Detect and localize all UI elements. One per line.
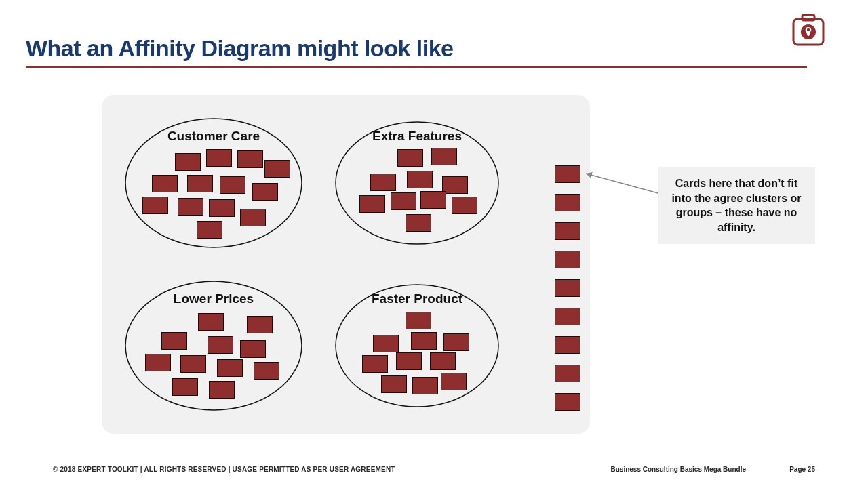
affinity-card — [145, 354, 171, 371]
affinity-card — [555, 165, 580, 183]
cluster-lower-prices: Lower Prices — [122, 278, 305, 413]
affinity-card — [217, 359, 243, 377]
callout-box: Cards here that don’t fit into the agree… — [658, 167, 815, 244]
affinity-card — [443, 333, 469, 351]
affinity-card — [412, 377, 438, 394]
affinity-card — [240, 340, 266, 358]
slide: What an Affinity Diagram might look like… — [0, 0, 868, 488]
title-underline — [26, 66, 807, 68]
cluster-label: Extra Features — [332, 129, 502, 144]
affinity-card — [187, 175, 213, 192]
affinity-card — [362, 355, 388, 373]
affinity-card — [142, 197, 168, 214]
affinity-card — [555, 279, 580, 297]
affinity-card — [247, 316, 273, 333]
affinity-card — [441, 373, 467, 390]
affinity-card — [240, 209, 266, 226]
cluster-label: Lower Prices — [122, 291, 305, 306]
affinity-card — [172, 378, 198, 396]
affinity-card — [397, 149, 423, 167]
diagram-panel: Customer Care Extra Features — [102, 95, 590, 434]
affinity-card — [209, 199, 235, 217]
affinity-card — [411, 332, 437, 350]
svg-line-8 — [586, 174, 660, 194]
affinity-card — [555, 365, 580, 382]
cluster-faster-product: Faster Product — [332, 278, 502, 413]
affinity-card — [237, 150, 263, 168]
affinity-card — [254, 362, 279, 380]
cluster-customer-care: Customer Care — [122, 115, 305, 251]
affinity-card — [431, 148, 457, 165]
affinity-card — [555, 336, 580, 354]
svg-point-3 — [807, 28, 810, 31]
affinity-card — [391, 192, 416, 210]
affinity-card — [206, 149, 232, 167]
affinity-card — [209, 381, 235, 399]
unclustered-cards-column — [555, 165, 579, 423]
affinity-card — [370, 174, 396, 191]
affinity-card — [373, 335, 399, 352]
affinity-card — [381, 375, 407, 393]
affinity-card — [406, 312, 431, 329]
affinity-card — [220, 176, 245, 194]
cluster-label: Customer Care — [122, 129, 305, 144]
affinity-card — [406, 214, 431, 232]
footer-bundle: Business Consulting Basics Mega Bundle — [611, 466, 746, 473]
callout-text: Cards here that don’t fit into the agree… — [671, 178, 801, 233]
affinity-card — [555, 308, 580, 325]
affinity-card — [359, 195, 385, 213]
affinity-card — [555, 194, 580, 211]
affinity-card — [208, 336, 233, 354]
affinity-card — [175, 153, 201, 171]
affinity-card — [407, 171, 433, 188]
affinity-card — [396, 352, 422, 370]
cluster-label: Faster Product — [332, 291, 502, 306]
affinity-card — [555, 251, 580, 268]
toolkit-logo-icon — [791, 12, 826, 47]
affinity-card — [161, 332, 187, 350]
affinity-card — [420, 191, 446, 209]
callout-arrow-icon — [582, 171, 663, 198]
affinity-card — [178, 198, 203, 216]
svg-rect-1 — [802, 15, 814, 20]
affinity-card — [198, 313, 224, 331]
affinity-card — [180, 355, 206, 373]
affinity-card — [452, 197, 477, 214]
footer-copyright: © 2018 EXPERT TOOLKIT | ALL RIGHTS RESER… — [53, 466, 395, 473]
affinity-card — [252, 183, 278, 201]
footer-page: Page 25 — [789, 466, 815, 473]
affinity-card — [264, 160, 290, 178]
affinity-card — [430, 352, 456, 370]
affinity-card — [152, 175, 178, 192]
affinity-card — [197, 221, 222, 239]
affinity-card — [555, 393, 580, 411]
cluster-extra-features: Extra Features — [332, 115, 502, 251]
affinity-card — [555, 222, 580, 240]
slide-title: What an Affinity Diagram might look like — [26, 35, 453, 62]
